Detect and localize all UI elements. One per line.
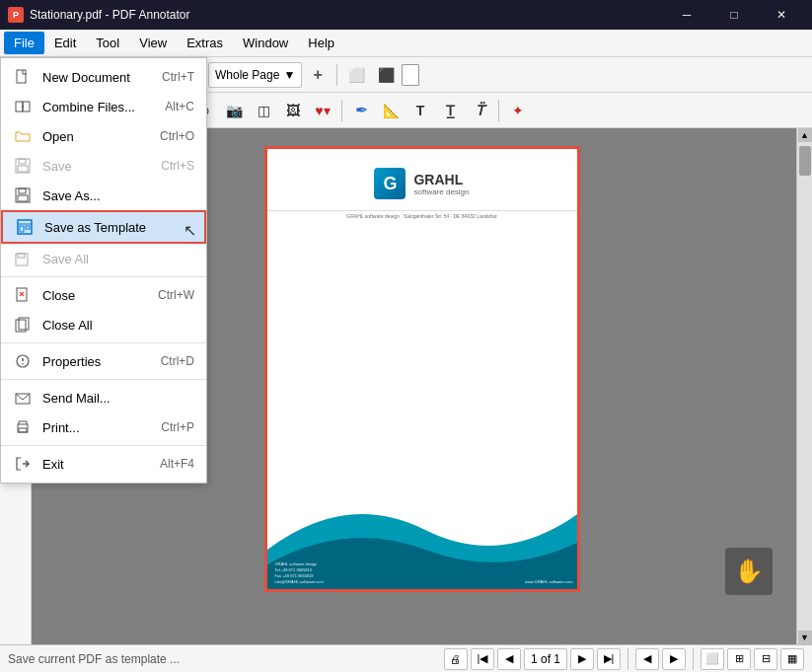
exit-icon	[13, 454, 33, 474]
tb-special[interactable]: ✦	[504, 97, 532, 124]
menu-extras[interactable]: Extras	[177, 32, 233, 54]
tb-text[interactable]: T	[406, 97, 434, 124]
file-menu: New Document Ctrl+T Combine Files... Alt…	[0, 57, 207, 484]
exit-label: Exit	[42, 457, 150, 472]
grahl-logo-text: GRAHL software design	[413, 172, 469, 196]
combine-files-shortcut: Alt+C	[165, 100, 194, 113]
save-as-icon	[13, 186, 33, 205]
svg-point-24	[22, 363, 24, 365]
print-icon	[13, 417, 33, 437]
menu-view[interactable]: View	[129, 32, 177, 54]
menu-item-new-document[interactable]: New Document Ctrl+T	[1, 62, 206, 92]
tb-zoom-in[interactable]: +	[304, 61, 332, 89]
menu-separator-1	[1, 276, 206, 277]
status-view4[interactable]: ▦	[780, 648, 804, 670]
sep7	[498, 100, 499, 121]
save-icon	[13, 156, 33, 176]
menu-item-print[interactable]: Print... Ctrl+P	[1, 412, 206, 442]
titlebar-left: P Stationary.pdf - PDF Annotator	[8, 7, 190, 23]
pdf-logo-area: G GRAHL software design	[267, 149, 577, 208]
status-next-page[interactable]: ▶	[570, 648, 594, 670]
float-hand-button[interactable]: ✋	[725, 548, 773, 595]
window-title: Stationary.pdf - PDF Annotator	[30, 8, 190, 22]
print-label: Print...	[42, 420, 151, 435]
menu-item-save-as[interactable]: Save As...	[1, 181, 206, 210]
status-view1[interactable]: ⬜	[701, 648, 724, 670]
tb-snapshot[interactable]: 📷	[220, 97, 248, 124]
save-template-icon	[15, 217, 35, 237]
status-back[interactable]: ◀	[635, 648, 659, 670]
tb-image[interactable]: 🖼	[279, 97, 307, 124]
send-mail-label: Send Mail...	[42, 391, 194, 406]
close-all-icon	[13, 315, 33, 335]
new-document-shortcut: Ctrl+T	[162, 70, 194, 84]
svg-rect-14	[26, 226, 30, 229]
page-view-dropdown[interactable]: Whole Page ▼	[208, 62, 302, 88]
menu-item-combine-files[interactable]: Combine Files... Alt+C	[1, 92, 206, 121]
open-label: Open	[42, 129, 150, 144]
close-button[interactable]: ✕	[759, 0, 804, 30]
save-as-label: Save As...	[42, 188, 185, 203]
pdf-page-inner: G GRAHL software design GRAHL software d…	[267, 149, 577, 589]
menu-item-send-mail[interactable]: Send Mail...	[1, 383, 206, 412]
menu-separator-4	[1, 445, 206, 446]
menu-item-open[interactable]: Open Ctrl+O	[1, 121, 206, 151]
titlebar-controls: ─ □ ✕	[664, 0, 804, 30]
status-fwd[interactable]: ▶	[662, 648, 686, 670]
menu-item-save-as-template[interactable]: Save as Template ↖	[1, 210, 206, 244]
save-shortcut: Ctrl+S	[161, 159, 194, 173]
save-label: Save	[42, 159, 151, 174]
menubar: File Edit Tool View Extras Window Help	[0, 30, 812, 57]
maximize-button[interactable]: □	[711, 0, 757, 30]
properties-label: Properties	[42, 354, 151, 369]
menu-item-close-all[interactable]: Close All	[1, 310, 206, 339]
app-icon: P	[8, 7, 24, 23]
pdf-body-space	[267, 221, 577, 458]
menu-window[interactable]: Window	[233, 32, 298, 54]
send-mail-icon	[13, 388, 33, 408]
properties-shortcut: Ctrl+D	[161, 354, 194, 368]
menu-help[interactable]: Help	[298, 32, 344, 54]
svg-rect-9	[19, 188, 26, 193]
tb-stamp[interactable]: ◫	[250, 97, 277, 124]
pdf-footer-right: www.GRAHL-software.com	[445, 579, 573, 585]
status-last-page[interactable]: ▶|	[597, 648, 621, 670]
tb-pen2[interactable]: ✒	[347, 97, 375, 124]
combine-files-label: Combine Files...	[42, 100, 155, 114]
tb-ruler[interactable]: 📐	[377, 97, 405, 124]
print-shortcut: Ctrl+P	[161, 420, 194, 434]
status-view2[interactable]: ⊞	[727, 648, 751, 670]
minimize-button[interactable]: ─	[664, 0, 709, 30]
tb-two-page[interactable]: ⬛	[372, 61, 400, 89]
status-prev-page[interactable]: ◀	[497, 648, 521, 670]
statusbar: Save current PDF as template ... 🖨 |◀ ◀ …	[0, 644, 812, 672]
svg-rect-7	[18, 166, 28, 172]
menu-item-exit[interactable]: Exit Alt+F4	[1, 449, 206, 479]
grahl-sub: software design	[413, 187, 469, 196]
save-all-icon	[13, 249, 33, 268]
menu-file[interactable]: File	[4, 32, 44, 54]
dropdown-arrow: ▼	[283, 68, 295, 82]
status-view3[interactable]: ⊟	[754, 648, 777, 670]
grahl-logo-icon: G	[374, 168, 406, 199]
open-icon	[13, 126, 33, 146]
menu-item-close[interactable]: Close Ctrl+W	[1, 280, 206, 310]
properties-icon	[13, 351, 33, 371]
tb-single-page[interactable]: ⬜	[342, 61, 370, 89]
grahl-name: GRAHL	[413, 172, 469, 187]
page-view-label: Whole Page	[215, 68, 279, 82]
close-shortcut: Ctrl+W	[158, 288, 194, 302]
menu-tool[interactable]: Tool	[86, 32, 129, 54]
status-first-page[interactable]: |◀	[471, 648, 494, 670]
status-print[interactable]: 🖨	[444, 648, 468, 670]
tb-textbox[interactable]: T̲	[436, 97, 464, 124]
svg-rect-3	[23, 102, 30, 112]
menu-edit[interactable]: Edit	[44, 32, 86, 54]
titlebar: P Stationary.pdf - PDF Annotator ─ □ ✕	[0, 0, 812, 30]
menu-item-properties[interactable]: Properties Ctrl+D	[1, 346, 206, 376]
tb-scroll[interactable]	[402, 64, 419, 86]
svg-rect-6	[19, 159, 26, 164]
open-shortcut: Ctrl+O	[160, 129, 194, 143]
tb-heart[interactable]: ♥▾	[309, 97, 336, 124]
tb-formula[interactable]: T̈	[466, 97, 493, 124]
